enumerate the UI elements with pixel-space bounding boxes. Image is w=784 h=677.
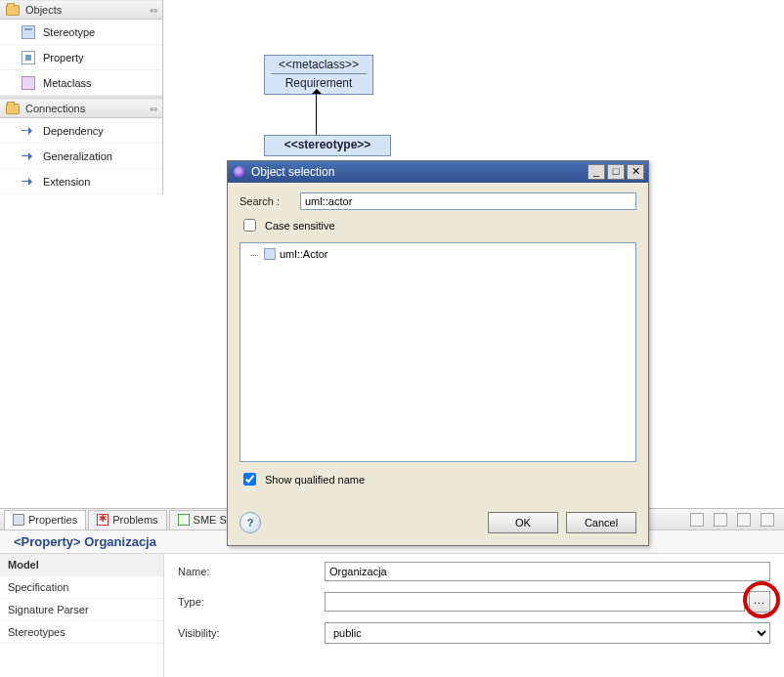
search-label: Search : [240,195,300,207]
cancel-button[interactable]: Cancel [566,512,636,533]
name-label: Name: [178,566,325,577]
stereotype-icon [22,25,35,39]
palette-item-stereotype[interactable]: Stereotype [0,20,162,45]
object-selection-dialog: Object selection _ □ ✕ Search : Case sen… [227,160,649,546]
node-stereo-label: <<metaclass>> [271,58,367,71]
property-icon [22,51,35,64]
problems-icon [97,514,109,526]
extension-icon [22,175,35,189]
search-input[interactable] [300,192,636,210]
result-tree[interactable]: uml::Actor [240,242,636,462]
pin-icon[interactable] [690,513,704,527]
dependency-icon [22,124,35,138]
case-sensitive-label: Case sensitive [265,220,335,232]
node-stereo-label: <<stereotype>> [271,138,384,151]
help-icon[interactable]: ? [240,512,261,533]
qualified-name-checkbox[interactable] [243,473,256,486]
tab-label: Properties [28,514,77,526]
edge-extension-arrow[interactable] [316,94,317,135]
properties-fields: Name: Type: ... Visibility: public [164,554,784,677]
close-button[interactable]: ✕ [627,164,644,180]
type-browse-button[interactable]: ... [749,591,770,613]
properties-title: <Property> Organizacja [14,534,156,549]
app-icon [234,166,245,178]
uml-class-icon [264,248,276,260]
dialog-titlebar[interactable]: Object selection _ □ ✕ [228,161,648,183]
palette-section-label: Objects [25,4,62,16]
palette-item-label: Property [43,52,84,63]
case-sensitive-checkbox[interactable] [243,219,256,232]
visibility-label: Visibility: [178,627,325,639]
collapse-icon[interactable]: ⇔ [150,104,156,114]
category-model[interactable]: Model [0,554,163,576]
tools-palette: Objects ⇔ Stereotype Property Metaclass … [0,0,163,194]
type-input[interactable] [325,592,745,612]
tab-label: SME S [194,514,227,526]
metaclass-icon [22,76,35,90]
sme-icon [178,514,190,526]
properties-categories: Model Specification Signature Parser Ste… [0,554,164,677]
menu-icon[interactable] [761,513,774,527]
palette-item-dependency[interactable]: Dependency [0,118,162,144]
category-signature-parser[interactable]: Signature Parser [0,599,163,621]
visibility-select[interactable]: public [325,622,770,644]
tab-label: Problems [112,514,157,526]
folder-icon [6,104,20,114]
maximize-button[interactable]: □ [607,164,625,180]
palette-item-extension[interactable]: Extension [0,169,162,194]
collapse-icon[interactable]: ⇔ [150,5,156,16]
name-input[interactable] [325,562,770,581]
palette-section-connections[interactable]: Connections ⇔ [0,99,162,118]
palette-item-label: Stereotype [43,26,95,38]
tree-item[interactable]: uml::Actor [246,247,630,261]
tree-icon[interactable] [714,513,727,527]
palette-section-objects[interactable]: Objects ⇔ [0,0,162,20]
palette-item-property[interactable]: Property [0,45,162,70]
tab-problems[interactable]: Problems [88,510,166,529]
tab-properties[interactable]: Properties [4,510,86,529]
minimize-button[interactable]: _ [588,164,605,180]
type-label: Type: [178,596,325,608]
node-stereotype[interactable]: <<stereotype>> [264,135,391,156]
generalization-icon [22,149,35,163]
palette-section-label: Connections [25,103,85,114]
palette-item-generalization[interactable]: Generalization [0,144,162,169]
tab-sme[interactable]: SME S [169,510,236,529]
ok-button[interactable]: OK [488,512,558,533]
category-stereotypes[interactable]: Stereotypes [0,621,163,644]
folder-icon [6,5,20,16]
category-specification[interactable]: Specification [0,576,163,599]
palette-item-metaclass[interactable]: Metaclass [0,70,162,96]
tree-item-label: uml::Actor [280,248,328,260]
properties-icon [13,514,24,526]
palette-item-label: Metaclass [43,77,92,89]
qualified-name-label: Show qualified name [265,474,365,486]
palette-item-label: Dependency [43,125,104,137]
dialog-title: Object selection [251,165,334,179]
palette-item-label: Extension [43,176,90,188]
view-toolbar [690,513,784,527]
list-icon[interactable] [737,513,751,527]
palette-item-label: Generalization [43,150,112,162]
